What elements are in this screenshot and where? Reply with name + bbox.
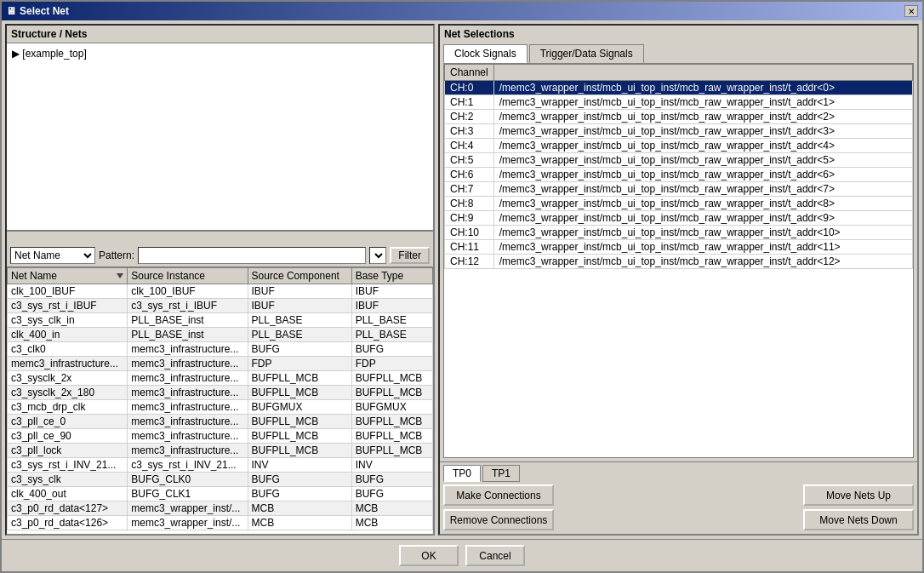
table-cell: MCB (351, 516, 432, 530)
col-signal (493, 65, 912, 81)
table-row[interactable]: clk_100_IBUFclk_100_IBUFIBUFIBUF (8, 284, 433, 299)
table-cell: BUFGMUX (248, 400, 351, 415)
net-table-wrapper[interactable]: Net Name Source Instance Source Componen… (7, 267, 433, 534)
table-row[interactable]: c3_sys_clkBUFG_CLK0BUFGBUFG (8, 473, 433, 487)
make-connections-button[interactable]: Make Connections (443, 484, 554, 506)
channel-row[interactable]: CH:1/memc3_wrapper_inst/mcb_ui_top_inst/… (445, 95, 913, 110)
table-row[interactable]: c3_sysclk_2x_180memc3_infrastructure...B… (8, 386, 433, 400)
table-row[interactable]: c3_sysclk_2xmemc3_infrastructure...BUFPL… (8, 371, 433, 386)
channel-row[interactable]: CH:12/memc3_wrapper_inst/mcb_ui_top_inst… (445, 255, 913, 269)
channel-cell: CH:4 (445, 139, 494, 153)
table-cell: c3_clk0 (8, 342, 128, 357)
table-cell: BUFPLL_MCB (248, 371, 351, 386)
channel-row[interactable]: CH:11/memc3_wrapper_inst/mcb_ui_top_inst… (445, 240, 913, 255)
table-row[interactable]: c3_p0_rd_data<127>memc3_wrapper_inst/...… (8, 501, 433, 516)
table-cell: BUFG (351, 473, 432, 487)
cancel-button[interactable]: Cancel (465, 545, 525, 566)
table-row[interactable]: c3_clk0memc3_infrastructure...BUFGBUFG (8, 342, 433, 357)
table-cell: BUFPLL_MCB (351, 371, 432, 386)
col-source-component-label: Source Component (252, 270, 339, 282)
col-source-instance[interactable]: Source Instance (128, 268, 248, 284)
channel-cell: CH:7 (445, 182, 494, 197)
tab-trigger-data-signals[interactable]: Trigger/Data Signals (529, 44, 644, 63)
table-cell: PLL_BASE_inst (128, 328, 248, 342)
channel-cell: CH:8 (445, 197, 494, 211)
tp0-button[interactable]: TP0 (443, 465, 481, 482)
table-cell: IBUF (351, 284, 432, 299)
table-cell: INV (351, 458, 432, 473)
table-cell: c3_mcb_drp_clk (8, 400, 128, 415)
tree-item-example-top[interactable]: ▶ [example_top] (10, 47, 430, 60)
table-cell: c3_pll_lock (8, 444, 128, 458)
signal-cell: /memc3_wrapper_inst/mcb_ui_top_inst/mcb_… (493, 110, 912, 124)
col-source-component[interactable]: Source Component (248, 268, 351, 284)
filter-button[interactable]: Filter (390, 247, 430, 264)
table-cell: MCB (248, 516, 351, 530)
table-row[interactable]: c3_pll_ce_0memc3_infrastructure...BUFPLL… (8, 415, 433, 429)
channel-row[interactable]: CH:4/memc3_wrapper_inst/mcb_ui_top_inst/… (445, 139, 913, 153)
channel-row[interactable]: CH:3/memc3_wrapper_inst/mcb_ui_top_inst/… (445, 124, 913, 139)
table-row[interactable]: c3_p0_rd_data<126>memc3_wrapper_inst/...… (8, 516, 433, 530)
channel-table-wrapper[interactable]: Channel CH:0/memc3_wrapper_inst/mcb_ui_t… (443, 63, 914, 458)
tp1-button[interactable]: TP1 (482, 465, 520, 482)
channel-row[interactable]: CH:10/memc3_wrapper_inst/mcb_ui_top_inst… (445, 226, 913, 240)
filter-bar: Net Name Pattern: ▼ Filter (7, 244, 433, 267)
table-cell: IBUF (248, 299, 351, 313)
remove-connections-button[interactable]: Remove Connections (443, 509, 554, 530)
table-cell: BUFPLL_MCB (248, 444, 351, 458)
table-row[interactable]: c3_pll_lockmemc3_infrastructure...BUFPLL… (8, 444, 433, 458)
table-row[interactable]: memc3_infrastructure...memc3_infrastruct… (8, 357, 433, 371)
channel-row[interactable]: CH:2/memc3_wrapper_inst/mcb_ui_top_inst/… (445, 110, 913, 124)
table-row[interactable]: c3_sys_clk_inPLL_BASE_instPLL_BASEPLL_BA… (8, 313, 433, 328)
channel-row[interactable]: CH:0/memc3_wrapper_inst/mcb_ui_top_inst/… (445, 81, 913, 95)
net-name-dropdown[interactable]: Net Name (10, 247, 95, 264)
channel-row[interactable]: CH:7/memc3_wrapper_inst/mcb_ui_top_inst/… (445, 182, 913, 197)
table-row[interactable]: clk_400_inPLL_BASE_instPLL_BASEPLL_BASE (8, 328, 433, 342)
table-cell: BUFPLL_MCB (248, 429, 351, 444)
col-net-name[interactable]: Net Name (8, 268, 128, 284)
table-cell: memc3_infrastructure... (128, 415, 248, 429)
table-row[interactable]: clk_400_outBUFG_CLK1BUFGBUFG (8, 487, 433, 501)
tree-area[interactable]: ▶ [example_top] (7, 43, 433, 231)
col-net-name-sort-icon (117, 273, 123, 278)
col-base-type-label: Base Type (356, 270, 403, 282)
table-cell: clk_400_out (8, 487, 128, 501)
table-row[interactable]: c3_sys_rst_i_INV_21...c3_sys_rst_i_INV_2… (8, 458, 433, 473)
table-cell: memc3_infrastructure... (128, 400, 248, 415)
tab-clock-signals[interactable]: Clock Signals (443, 44, 528, 63)
pattern-input[interactable] (138, 247, 366, 264)
move-nets-down-button[interactable]: Move Nets Down (803, 509, 914, 530)
horizontal-scrollbar[interactable] (7, 231, 433, 244)
table-cell: INV (248, 458, 351, 473)
table-row[interactable]: c3_sys_rst_i_IBUFc3_sys_rst_i_IBUFIBUFIB… (8, 299, 433, 313)
table-cell: c3_sys_clk_in (8, 313, 128, 328)
footer: OK Cancel (2, 539, 922, 571)
close-button[interactable]: ✕ (904, 5, 918, 17)
signal-cell: /memc3_wrapper_inst/mcb_ui_top_inst/mcb_… (493, 255, 912, 269)
table-cell: IBUF (351, 299, 432, 313)
table-cell: BUFPLL_MCB (351, 415, 432, 429)
table-cell: BUFG (351, 487, 432, 501)
signal-cell: /memc3_wrapper_inst/mcb_ui_top_inst/mcb_… (493, 81, 912, 95)
table-cell: BUFGMUX (351, 400, 432, 415)
channel-row[interactable]: CH:5/memc3_wrapper_inst/mcb_ui_top_inst/… (445, 153, 913, 168)
table-row[interactable]: c3_mcb_drp_clkmemc3_infrastructure...BUF… (8, 400, 433, 415)
ok-button[interactable]: OK (399, 545, 459, 566)
table-cell: BUFPLL_MCB (351, 386, 432, 400)
move-nets-up-button[interactable]: Move Nets Up (803, 484, 914, 506)
right-action-btn-group: Move Nets Up Move Nets Down (803, 484, 914, 530)
signal-cell: /memc3_wrapper_inst/mcb_ui_top_inst/mcb_… (493, 95, 912, 110)
pattern-label: Pattern: (99, 249, 134, 261)
table-cell: clk_100_IBUF (128, 284, 248, 299)
channel-row[interactable]: CH:6/memc3_wrapper_inst/mcb_ui_top_inst/… (445, 168, 913, 182)
table-cell: PLL_BASE (351, 313, 432, 328)
table-cell: BUFG (351, 342, 432, 357)
col-base-type[interactable]: Base Type (351, 268, 432, 284)
channel-row[interactable]: CH:9/memc3_wrapper_inst/mcb_ui_top_inst/… (445, 211, 913, 226)
channel-row[interactable]: CH:8/memc3_wrapper_inst/mcb_ui_top_inst/… (445, 197, 913, 211)
table-row[interactable]: c3_pll_ce_90memc3_infrastructure...BUFPL… (8, 429, 433, 444)
pattern-type-dropdown[interactable]: ▼ (369, 247, 386, 264)
table-cell: c3_pll_ce_90 (8, 429, 128, 444)
table-cell: clk_100_IBUF (8, 284, 128, 299)
channel-cell: CH:6 (445, 168, 494, 182)
